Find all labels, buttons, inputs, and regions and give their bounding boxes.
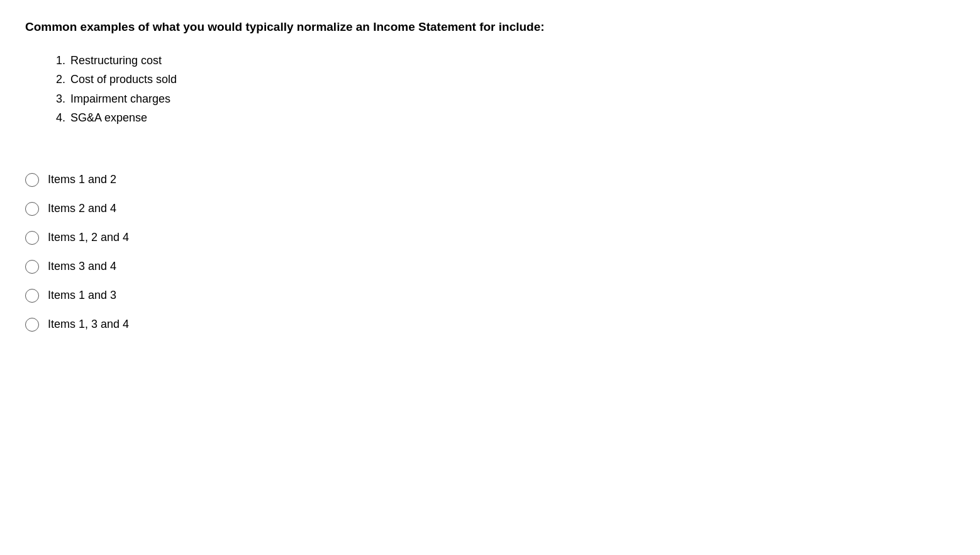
list-item-text-2: Cost of products sold bbox=[70, 70, 177, 89]
option-row-3[interactable]: Items 1, 2 and 4 bbox=[25, 223, 955, 252]
option-row-6[interactable]: Items 1, 3 and 4 bbox=[25, 310, 955, 339]
radio-4[interactable] bbox=[25, 260, 39, 274]
radio-2[interactable] bbox=[25, 202, 39, 216]
question-text: Common examples of what you would typica… bbox=[25, 19, 955, 36]
list-item-3: 3. Impairment charges bbox=[50, 89, 955, 109]
radio-5[interactable] bbox=[25, 289, 39, 303]
option-row-2[interactable]: Items 2 and 4 bbox=[25, 194, 955, 223]
radio-1[interactable] bbox=[25, 173, 39, 187]
option-label-5: Items 1 and 3 bbox=[48, 289, 116, 302]
list-num-1: 1. bbox=[50, 51, 65, 70]
option-row-5[interactable]: Items 1 and 3 bbox=[25, 281, 955, 310]
option-label-2: Items 2 and 4 bbox=[48, 202, 116, 215]
option-row-1[interactable]: Items 1 and 2 bbox=[25, 165, 955, 194]
options-container: Items 1 and 2 Items 2 and 4 Items 1, 2 a… bbox=[25, 165, 955, 339]
option-label-6: Items 1, 3 and 4 bbox=[48, 318, 129, 331]
radio-6[interactable] bbox=[25, 318, 39, 332]
list-num-2: 2. bbox=[50, 70, 65, 89]
option-label-1: Items 1 and 2 bbox=[48, 173, 116, 186]
numbered-list: 1. Restructuring cost 2. Cost of product… bbox=[50, 51, 955, 128]
option-label-3: Items 1, 2 and 4 bbox=[48, 231, 129, 244]
option-row-4[interactable]: Items 3 and 4 bbox=[25, 252, 955, 281]
list-item-text-3: Impairment charges bbox=[70, 89, 170, 109]
list-item-4: 4. SG&A expense bbox=[50, 108, 955, 128]
option-label-4: Items 3 and 4 bbox=[48, 260, 116, 273]
list-num-4: 4. bbox=[50, 108, 65, 128]
list-num-3: 3. bbox=[50, 89, 65, 109]
radio-3[interactable] bbox=[25, 231, 39, 245]
list-item-text-1: Restructuring cost bbox=[70, 51, 162, 70]
list-item-1: 1. Restructuring cost bbox=[50, 51, 955, 70]
list-item-2: 2. Cost of products sold bbox=[50, 70, 955, 89]
list-item-text-4: SG&A expense bbox=[70, 108, 147, 128]
